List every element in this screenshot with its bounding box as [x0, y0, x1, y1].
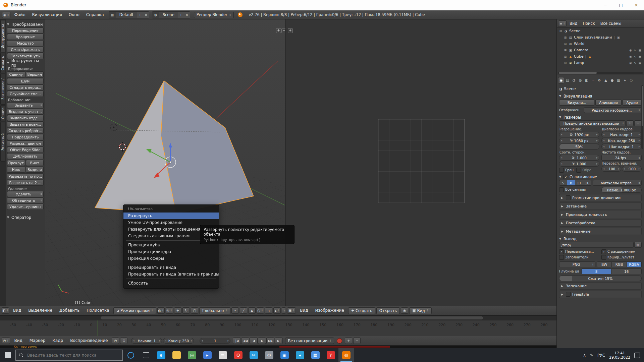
- panel-header-output[interactable]: ▼ Вывод: [559, 236, 642, 242]
- renderability-camera-icon[interactable]: ▣: [638, 61, 641, 65]
- motion-blur-checkbox[interactable]: [566, 195, 571, 200]
- tool-button-screw[interactable]: Винт: [26, 160, 44, 166]
- output-path-field[interactable]: /tmp\: [559, 242, 634, 248]
- properties-tab[interactable]: ⚙: [596, 77, 602, 83]
- menu-item-unwrap[interactable]: Развернуть: [123, 213, 219, 219]
- panel-header-freestyle[interactable]: ▶ Freestyle: [559, 291, 642, 298]
- current-frame-field[interactable]: 1: [200, 338, 230, 344]
- panel-header-motion-blur[interactable]: ▶ Размытие при движении: [559, 194, 642, 201]
- visibility-eye-icon[interactable]: ◉: [629, 55, 632, 58]
- properties-tab[interactable]: ◧: [584, 77, 590, 83]
- menu-view[interactable]: Вид: [297, 306, 311, 315]
- outliner-row-scene[interactable]: ⊟ ◑ Scene: [557, 28, 644, 34]
- scene-value[interactable]: Scene: [159, 12, 178, 17]
- menu-image[interactable]: Изображение: [312, 306, 347, 315]
- color-depth-8[interactable]: 8: [581, 268, 612, 274]
- aa-samples-16[interactable]: 16: [583, 180, 591, 186]
- tool-button-shrink[interactable]: Сдвину: [7, 71, 25, 77]
- tool-button[interactable]: Разрезать на 2 ...: [7, 180, 44, 186]
- expand-icon[interactable]: ⊞: [564, 49, 567, 52]
- taskbar-app-icon[interactable]: O: [230, 348, 246, 362]
- overwrite-checkbox[interactable]: [559, 249, 564, 254]
- menu-item[interactable]: Сбросить: [123, 280, 219, 287]
- transform-orientation-selector[interactable]: Глобально ⇕: [199, 307, 230, 314]
- shelf-tab-grease-pencil[interactable]: Эскизный карандаш: [0, 122, 5, 162]
- expand-icon[interactable]: ⊞: [564, 61, 567, 65]
- color-mode-rgba[interactable]: RGBA: [627, 261, 642, 267]
- selectability-arrow-icon[interactable]: ↖: [634, 61, 637, 65]
- tool-button[interactable]: Offset Edge Slide: [7, 147, 44, 153]
- add-scene-button[interactable]: +: [178, 12, 184, 18]
- properties-tab[interactable]: ●: [609, 77, 615, 83]
- frame-end-field[interactable]: Конец: 250: [163, 338, 194, 344]
- menu-render[interactable]: Визуализация: [29, 10, 65, 19]
- maximize-button[interactable]: □: [613, 0, 629, 10]
- tool-button[interactable]: Перемещение: [7, 27, 44, 34]
- timeline-scrollbar[interactable]: [0, 315, 556, 320]
- border-checkbox[interactable]: [559, 168, 564, 173]
- delete-layout-button[interactable]: ×: [143, 12, 149, 18]
- tool-button[interactable]: Разрезать по пр...: [7, 173, 44, 179]
- panel-header-transform[interactable]: ▼ Преобразовани: [7, 21, 44, 27]
- taskbar-app-icon[interactable]: ▣: [277, 348, 292, 362]
- collapsed-panel-header[interactable]: ▶ Постобработка: [559, 219, 642, 227]
- image-mode-selector[interactable]: ▣ Вид ⇕: [409, 307, 431, 314]
- editor-type-button[interactable]: ◉ ⇕: [2, 12, 10, 18]
- panel-header-dimensions[interactable]: ▼ Размеры: [559, 114, 642, 120]
- playback-button[interactable]: ◀◀: [241, 338, 249, 344]
- outliner-row-cube[interactable]: ⊞ ▲ Cube | ▲ ◉ ↖ ▣: [557, 53, 644, 60]
- mode-selector[interactable]: ◢ Режим правки ⇕: [113, 307, 156, 314]
- tool-button[interactable]: Масштаб: [7, 40, 44, 46]
- tray-chevron-up-icon[interactable]: ∧: [583, 353, 586, 358]
- frame-end-field[interactable]: Кон. кадр: 250: [601, 138, 642, 143]
- aspect-y-field[interactable]: Y: 1.000: [559, 161, 599, 167]
- add-layout-button[interactable]: +: [137, 12, 143, 18]
- render-presets-selector[interactable]: Предустановки визуализации: [559, 120, 626, 126]
- tool-button[interactable]: Выдавить участ...: [7, 109, 44, 115]
- frame-step-field[interactable]: Шаг кадра: 1: [601, 144, 642, 149]
- shelf-tab-options[interactable]: Опции: [0, 105, 5, 121]
- minimize-button[interactable]: ─: [598, 0, 613, 10]
- manipulator-translate-toggle[interactable]: +: [174, 307, 181, 314]
- task-view-icon[interactable]: [143, 352, 149, 358]
- panel-header-mesh-tools[interactable]: ▼ Инструменты по: [7, 60, 44, 66]
- select-mode-face-toggle[interactable]: ▲: [248, 307, 256, 314]
- preview-range-toggle[interactable]: ◔: [112, 338, 119, 344]
- tool-button[interactable]: Удалит...ершины: [7, 204, 44, 210]
- menu-file[interactable]: Файл: [11, 10, 28, 19]
- resolution-y-field[interactable]: Y: 1080 px: [559, 138, 599, 143]
- properties-tab[interactable]: ▤: [565, 77, 571, 83]
- screen-layout-selector[interactable]: ▦ Default + ×: [109, 11, 149, 18]
- taskbar-app-icon[interactable]: e: [153, 348, 169, 362]
- snap-element-selector[interactable]: ▴ ⇕: [273, 307, 281, 314]
- outliner-row-camera[interactable]: ⊞ ▣ Camera ◉ ↖ ▣: [557, 47, 644, 53]
- cortana-icon[interactable]: [127, 352, 134, 359]
- pivot-point-selector[interactable]: ◎ ⇕: [166, 307, 173, 314]
- menu-select[interactable]: Выделение: [25, 306, 55, 315]
- outliner-row-lamp[interactable]: ⊞ ◉ Lamp ◉ ↖ ▣: [557, 60, 644, 66]
- file-extensions-checkbox[interactable]: [601, 249, 606, 254]
- start-button[interactable]: [0, 348, 15, 362]
- fps-selector[interactable]: 24 fps: [601, 155, 642, 161]
- properties-tab[interactable]: ∗: [622, 77, 628, 83]
- outliner-row-world[interactable]: ⊞ ◍ World: [557, 41, 644, 47]
- full-samples-checkbox[interactable]: [559, 187, 564, 192]
- aa-filter-selector[interactable]: Митчелл-Нетрав: [593, 180, 642, 186]
- tool-button[interactable]: Шум: [7, 78, 44, 84]
- taskbar-app-icon[interactable]: ⚙: [261, 348, 277, 362]
- outliner-row-render-layers[interactable]: ⊞ ▤ Слои визуализации | ▣: [557, 34, 644, 41]
- properties-tab[interactable]: ▲: [603, 77, 609, 83]
- playback-button[interactable]: ▶: [258, 338, 266, 344]
- manipulator-scale-toggle[interactable]: ▢: [191, 307, 198, 314]
- new-image-button[interactable]: + Создать: [348, 307, 375, 314]
- notification-center-icon[interactable]: [634, 353, 640, 358]
- timeline-ruler[interactable]: -50-40-30-20-100102030405060708090100110…: [0, 320, 556, 336]
- properties-tab[interactable]: ∞: [590, 77, 596, 83]
- properties-scrollbar[interactable]: [641, 85, 643, 149]
- renderability-camera-icon[interactable]: ▣: [638, 55, 641, 58]
- aa-samples-11[interactable]: 11: [575, 180, 583, 186]
- taskbar-app-icon[interactable]: ▸: [200, 348, 215, 362]
- playback-button[interactable]: ◀: [250, 338, 258, 344]
- file-format-selector[interactable]: PNG: [559, 261, 595, 267]
- selectability-arrow-icon[interactable]: ↖: [634, 55, 637, 58]
